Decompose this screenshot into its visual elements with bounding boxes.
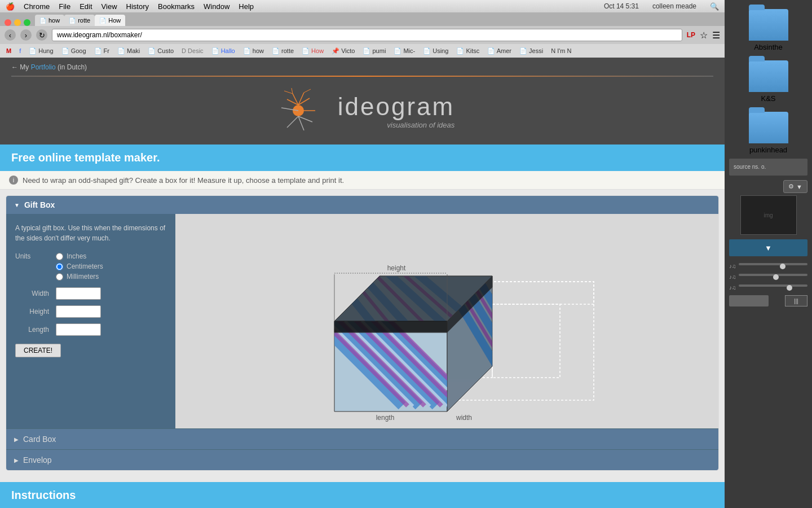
- units-millimeters[interactable]: Millimeters: [56, 273, 103, 281]
- bookmark-fb[interactable]: f: [16, 47, 24, 55]
- tab-how-active[interactable]: 📄How: [95, 15, 125, 26]
- bookmark-jessi[interactable]: 📄 Jessi: [517, 47, 546, 55]
- instructions-header: Instructions: [0, 482, 725, 508]
- width-label: Width: [15, 290, 49, 297]
- forward-button[interactable]: ›: [20, 29, 32, 41]
- volume-slider-3[interactable]: [739, 284, 808, 287]
- bookmark-goog[interactable]: 📄 Goog: [59, 47, 89, 55]
- units-inches[interactable]: Inches: [56, 252, 103, 260]
- bookmark-how[interactable]: 📄 how: [240, 47, 267, 55]
- bookmark-kitsc[interactable]: 📄 Kitsc: [453, 47, 482, 55]
- address-input[interactable]: [52, 29, 682, 41]
- bookmark-rotte[interactable]: 📄 rotte: [269, 47, 297, 55]
- lastpass-icon: LP: [687, 31, 695, 39]
- length-row: Length: [15, 323, 166, 336]
- bookmark-fr[interactable]: 📄 Fr: [91, 47, 112, 55]
- refresh-button[interactable]: ↻: [36, 29, 47, 41]
- bookmark-gmail[interactable]: M: [3, 47, 14, 55]
- gift-box-content: A typical gift box. Use this when the di…: [6, 214, 718, 428]
- menu-window[interactable]: Window: [204, 2, 230, 11]
- envelop-accordion[interactable]: ▶ Envelop: [6, 449, 718, 470]
- bookmark-mic[interactable]: 📄 Mic-: [391, 47, 418, 55]
- folder-absinthe[interactable]: Absinthe: [729, 5, 807, 56]
- accordion-arrow-down: ▼: [14, 202, 20, 208]
- addressbar: ‹ › ↻ LP ☆ ☰: [0, 26, 725, 44]
- bookmark-custo[interactable]: 📄 Custo: [145, 47, 176, 55]
- back-button[interactable]: ‹: [5, 29, 16, 41]
- card-box-arrow: ▶: [14, 436, 19, 443]
- system-datetime: Oct 14 5:31: [604, 2, 639, 10]
- bookmark-hung[interactable]: 📄 Hung: [26, 47, 56, 55]
- volume-knob-3: [787, 285, 792, 291]
- minimize-button[interactable]: [14, 19, 21, 26]
- instructions-title: Instructions: [11, 489, 713, 502]
- neuron-logo: [270, 88, 326, 133]
- card-box-title: Card Box: [23, 435, 56, 444]
- height-input[interactable]: [56, 305, 101, 318]
- bottom-control-bar: [729, 295, 769, 306]
- volume-knob-2: [773, 274, 779, 280]
- card-box-accordion[interactable]: ▶ Card Box: [6, 428, 718, 449]
- bookmark-hallo[interactable]: 📄 Hallo: [209, 47, 238, 55]
- length-label: Length: [15, 326, 49, 334]
- sidebar-dropdown-button[interactable]: ▼: [729, 239, 807, 256]
- tab-how[interactable]: 📄how: [35, 15, 64, 26]
- width-input[interactable]: [56, 287, 101, 300]
- sidebar-note-box: source ns. o.: [729, 159, 807, 176]
- main-content-box: ▼ Gift Box A typical gift box. Use this …: [6, 195, 719, 471]
- gift-box-accordion[interactable]: ▼ Gift Box: [6, 196, 718, 214]
- star-icon[interactable]: ☆: [700, 30, 708, 41]
- bookmark-desic[interactable]: D Desic: [179, 47, 206, 55]
- menu-history[interactable]: History: [126, 2, 149, 11]
- folder-icon-ks: [749, 60, 788, 92]
- logo-text: ideogram: [338, 93, 454, 121]
- envelop-arrow: ▶: [14, 457, 19, 463]
- logo-tagline: visualisation of ideas: [338, 121, 454, 129]
- folder-ks[interactable]: K&S: [729, 56, 807, 107]
- length-input[interactable]: [56, 323, 101, 336]
- close-button[interactable]: [5, 19, 11, 26]
- bookmark-amer[interactable]: 📄 Amer: [484, 47, 514, 55]
- gift-box-title: Gift Box: [24, 200, 55, 209]
- units-centimeters[interactable]: Centimeters: [56, 262, 103, 270]
- height-row: Height: [15, 305, 166, 318]
- volume-knob-1: [780, 264, 785, 269]
- folder-punkinhead[interactable]: punkinhead: [729, 107, 807, 159]
- music-note-icon-1: ♪♫: [729, 263, 736, 269]
- search-icon[interactable]: 🔍: [710, 2, 719, 11]
- maximize-button[interactable]: [24, 19, 30, 26]
- info-text: Need to wrap an odd-shaped gift? Create …: [23, 176, 344, 185]
- equalizer-button[interactable]: |||: [785, 295, 807, 306]
- menu-chrome[interactable]: Chrome: [24, 2, 50, 11]
- bookmark-pumi[interactable]: 📄 pumi: [360, 47, 389, 55]
- music-note-icon-3: ♪♫: [729, 284, 736, 291]
- apple-menu[interactable]: 🍎: [6, 2, 15, 11]
- menu-view[interactable]: View: [102, 2, 117, 11]
- bookmark-how2[interactable]: 📄 How: [299, 47, 326, 55]
- tab-rotte[interactable]: 📄rotte: [64, 15, 95, 26]
- tabbar: 📄how 📄rotte 📄How: [0, 12, 725, 26]
- system-user: colleen meade: [652, 2, 696, 10]
- box-svg: height length width: [289, 220, 605, 423]
- menu-icon[interactable]: ☰: [712, 30, 720, 41]
- portfolio-link[interactable]: Portfolio: [31, 63, 56, 71]
- units-row: Units Inches Centimeters Millimeters: [15, 252, 166, 281]
- bookmark-imn[interactable]: N I'm N: [548, 47, 574, 55]
- menu-bookmarks[interactable]: Bookmarks: [158, 2, 195, 11]
- svg-line-10: [284, 91, 293, 94]
- create-button[interactable]: CREATE!: [15, 344, 61, 357]
- volume-slider-1[interactable]: [739, 263, 808, 265]
- menu-help[interactable]: Help: [239, 2, 254, 11]
- bookmark-using[interactable]: 📄 Using: [420, 47, 451, 55]
- logo-text-group: ideogram visualisation of ideas: [338, 93, 454, 129]
- folder-icon-absinthe: [749, 9, 788, 41]
- bookmark-maki[interactable]: 📄 Maki: [114, 47, 143, 55]
- window-controls: [5, 19, 30, 26]
- sidebar-gear-button[interactable]: ⚙ ▼: [783, 180, 807, 193]
- menu-file[interactable]: File: [59, 2, 70, 11]
- folder-label-absinthe: Absinthe: [754, 43, 783, 51]
- svg-line-5: [287, 116, 298, 128]
- menu-edit[interactable]: Edit: [80, 2, 92, 11]
- blue-header: Free online template maker.: [0, 144, 725, 171]
- bookmark-victo[interactable]: 📌 Victo: [329, 47, 358, 55]
